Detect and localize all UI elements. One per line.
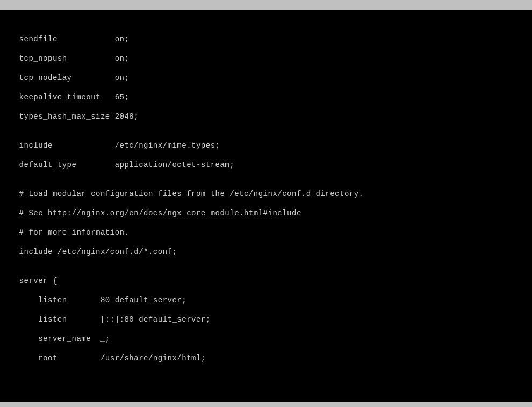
code-line: listen 80 default_server; (0, 295, 532, 305)
code-line: tcp_nopush on; (0, 54, 532, 63)
code-line: sendfile on; (0, 34, 532, 44)
code-line: # for more information. (0, 228, 532, 237)
code-line: include /etc/nginx/conf.d/*.conf; (0, 247, 532, 257)
title-bar: GNU nano 2.3.1 File: /etc/nginx/nginx.co… (0, 0, 532, 10)
selected-block: location / { proxy_pass http://127.0.0.1… (0, 402, 532, 407)
editor-area[interactable]: sendfile on; tcp_nopush on; tcp_nodelay … (0, 10, 532, 407)
code-line: # See http://nginx.org/en/docs/ngx_core_… (0, 208, 532, 218)
code-line: server_name _; (0, 334, 532, 344)
code-line: root /usr/share/nginx/html; (0, 353, 532, 363)
code-line: include /etc/nginx/mime.types; (0, 141, 532, 150)
code-line: keepalive_timeout 65; (0, 92, 532, 102)
code-line: default_type application/octet-stream; (0, 160, 532, 170)
code-line: types_hash_max_size 2048; (0, 112, 532, 121)
code-line: # Load modular configuration files from … (0, 189, 532, 199)
code-line: tcp_nodelay on; (0, 73, 532, 83)
code-line: listen [::]:80 default_server; (0, 315, 532, 324)
code-line: server { (0, 276, 532, 286)
